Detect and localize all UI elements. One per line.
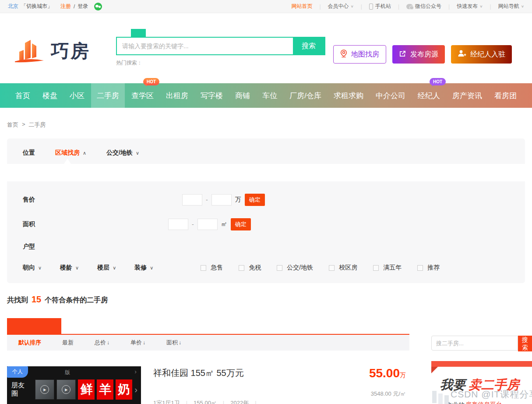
search-tab[interactable] — [131, 29, 146, 37]
sort-option[interactable]: 默认排序 — [18, 339, 41, 347]
topbar-link-label: 快速发布 — [457, 3, 478, 10]
nav-item-label: 商铺 — [235, 91, 250, 101]
filter-checkbox[interactable]: 公交/地铁 — [277, 264, 313, 272]
nav-item[interactable]: 求租求购 — [328, 83, 369, 108]
listing-tab[interactable] — [139, 318, 146, 334]
sort-option[interactable]: 单价↓ — [130, 339, 145, 347]
listing-tab[interactable] — [7, 318, 61, 334]
filter-checkbox[interactable]: 推荐 — [417, 264, 440, 272]
topbar-link[interactable]: 网站导航∨ — [483, 3, 524, 10]
topbar-link[interactable]: 手机站 — [354, 3, 391, 10]
checkbox[interactable] — [417, 265, 423, 271]
area-max-input[interactable] — [197, 219, 218, 230]
nav-item[interactable]: 车位 — [257, 83, 283, 108]
price-confirm-button[interactable]: 确定 — [245, 194, 265, 206]
nav-item[interactable]: 出租房 — [160, 83, 194, 108]
nav-item[interactable]: 二手房 — [91, 83, 125, 108]
current-city[interactable]: 北京 — [8, 3, 18, 10]
listing-image[interactable]: 个人 版 › 朋友圈 ▶ ▶ 鲜羊奶 › — [7, 366, 141, 404]
nav-item[interactable]: 商铺 — [229, 83, 256, 108]
search-tab[interactable] — [176, 29, 190, 37]
price-min-input[interactable] — [182, 194, 202, 206]
chevron-down-icon: ∨ — [75, 265, 79, 271]
text-tiles: 鲜羊奶 — [78, 379, 132, 400]
topbar-link[interactable]: 微信公众号 — [391, 3, 441, 10]
topbar-left: 北京 「切换城市」 注册 / 登录 — [8, 3, 102, 11]
unit-price: 3548.00 元/㎡ — [369, 390, 406, 398]
breadcrumb-home[interactable]: 首页 — [7, 121, 18, 129]
publish-listing-button[interactable]: 发布房源 — [392, 45, 445, 64]
sort-option[interactable]: 面积↓ — [166, 339, 181, 347]
listing-tab[interactable] — [108, 318, 115, 334]
topbar: 北京 「切换城市」 注册 / 登录 网站首页会员中心∨手机站微信公众号快速发布∨… — [0, 0, 532, 13]
nav-item[interactable]: 楼盘 — [37, 83, 63, 108]
filter-checkbox[interactable]: 满五年 — [373, 264, 402, 272]
result-prefix: 共找到 — [7, 296, 28, 305]
filter-dropdown[interactable]: 朝向∨ — [23, 264, 42, 272]
price-max-input[interactable] — [211, 194, 232, 206]
search-tabs — [116, 29, 325, 37]
nav-item[interactable]: 小区 — [64, 83, 90, 108]
area-filter-row: 面积 - ㎡ 确定 — [23, 218, 525, 230]
map-search-button[interactable]: 地图找房 — [333, 45, 386, 64]
nav-item[interactable]: 写字楼 — [195, 83, 229, 108]
filter-dropdown[interactable]: 楼龄∨ — [60, 264, 79, 272]
logo[interactable]: 巧房 — [13, 38, 116, 65]
sort-option[interactable]: 最新 — [62, 339, 74, 347]
sidebar: 搜索 我要卖二手房 专业的 房产信息平台 CSDN @IT课程分享 — [431, 336, 532, 404]
chevron-down-icon: ∨ — [479, 4, 483, 8]
listing-tab[interactable] — [171, 318, 178, 334]
area-min-input[interactable] — [168, 219, 188, 230]
nav-item[interactable]: HOT查学区 — [126, 83, 159, 108]
search-tab[interactable] — [116, 29, 131, 37]
filter-checkbox[interactable]: 校区房 — [329, 264, 357, 272]
search-tab[interactable] — [161, 29, 176, 37]
keyword-input[interactable] — [117, 38, 293, 54]
filter-checkbox[interactable]: 急售 — [201, 264, 223, 272]
play-icon: ▶ — [40, 385, 49, 394]
search-tab[interactable] — [146, 29, 161, 37]
range-separator: - — [192, 221, 194, 228]
transit-search-tab[interactable]: 公交/地铁∨ — [106, 149, 139, 157]
nav-item[interactable]: HOT经纪人 — [412, 83, 446, 108]
nav-item[interactable]: 看房团 — [489, 83, 522, 108]
area-confirm-button[interactable]: 确定 — [231, 218, 251, 230]
topbar-link[interactable]: 会员中心∨ — [312, 3, 353, 10]
checkbox[interactable] — [239, 265, 244, 271]
nav-item[interactable]: 首页 — [10, 83, 36, 108]
login-link[interactable]: 登录 — [78, 3, 88, 10]
checkbox[interactable] — [201, 265, 206, 271]
nav-item-label: 中介公司 — [376, 91, 405, 101]
checkbox[interactable] — [329, 265, 335, 271]
agent-join-button[interactable]: 经纪人入驻 — [451, 45, 512, 64]
listing-tabs — [7, 318, 409, 335]
listing-tab[interactable] — [76, 318, 83, 334]
filter-checkbox[interactable]: 免税 — [239, 264, 261, 272]
transit-tab-label: 公交/地铁 — [106, 149, 133, 157]
topbar-link[interactable]: 快速发布∨ — [441, 3, 483, 10]
switch-city-link[interactable]: 「切换城市」 — [21, 3, 53, 10]
checkbox[interactable] — [277, 265, 282, 271]
checkbox[interactable] — [373, 265, 379, 271]
arrow-down-icon: ↓ — [107, 340, 109, 346]
topbar-link[interactable]: 网站首页 — [291, 3, 312, 10]
register-link[interactable]: 注册 — [60, 3, 71, 10]
result-count: 共找到 15 个符合条件的二手房 — [7, 294, 532, 305]
nav-item[interactable]: 房产资讯 — [447, 83, 488, 108]
dropdown-label: 装修 — [134, 264, 147, 272]
wechat-icon[interactable] — [94, 3, 102, 11]
listing-row[interactable]: 个人 版 › 朋友圈 ▶ ▶ 鲜羊奶 › — [7, 366, 409, 404]
sort-option[interactable]: 总价↓ — [95, 339, 109, 347]
sidebar-search-input[interactable] — [431, 336, 518, 351]
range-separator: - — [206, 196, 208, 203]
search-button[interactable]: 搜索 — [293, 38, 324, 54]
sidebar-search-button[interactable]: 搜索 — [518, 336, 532, 351]
nav-item-label: 出租房 — [166, 91, 188, 101]
nav-item[interactable]: 厂房/仓库 — [284, 83, 327, 108]
nav-item[interactable]: 中介公司 — [370, 83, 411, 108]
layout-filter-row: 户型 — [23, 243, 525, 251]
filter-dropdown[interactable]: 装修∨ — [134, 264, 153, 272]
chevron-down-icon: ∨ — [351, 4, 354, 8]
filter-dropdown[interactable]: 楼层∨ — [97, 264, 116, 272]
region-search-tab[interactable]: 区域找房∧ — [55, 149, 86, 157]
